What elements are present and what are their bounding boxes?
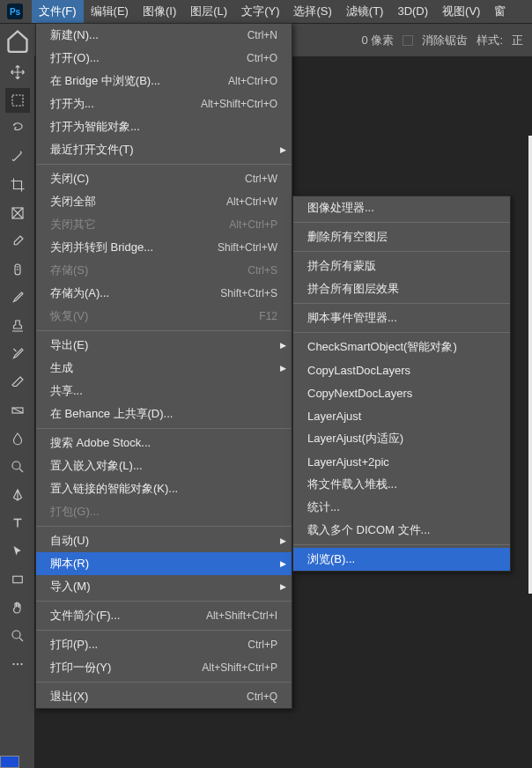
menu-item-label: 存储为(A)... <box>50 285 220 301</box>
script-menu-item[interactable]: 拼合所有图层效果 <box>293 277 510 300</box>
script-menu-item[interactable]: 将文件载入堆栈... <box>293 473 510 496</box>
file-menu-item[interactable]: 关闭并转到 Bridge...Shift+Ctrl+W <box>36 236 292 259</box>
file-menu-item[interactable]: 文件简介(F)...Alt+Shift+Ctrl+I <box>36 604 292 627</box>
file-menu-item[interactable]: 导入(M)▶ <box>36 575 292 598</box>
submenu-arrow-icon: ▶ <box>280 364 286 373</box>
file-menu-item[interactable]: 最近打开文件(T)▶ <box>36 138 292 161</box>
move-tool-icon[interactable] <box>5 60 30 85</box>
dodge-tool-icon[interactable] <box>5 454 30 479</box>
menu-item-label: 生成 <box>50 360 277 376</box>
file-menu-item: 恢复(V)F12 <box>36 305 292 328</box>
blur-tool-icon[interactable] <box>5 426 30 451</box>
script-menu-item[interactable]: CopyLastDocLayers <box>293 358 510 381</box>
menu-item-label: 共享... <box>50 383 277 399</box>
pixel-value: 0 像素 <box>362 33 395 48</box>
menu-text[interactable]: 文字(Y) <box>234 0 286 23</box>
file-menu-item[interactable]: 搜索 Adobe Stock... <box>36 432 292 454</box>
eyedropper-tool-icon[interactable] <box>5 229 30 254</box>
crop-tool-icon[interactable] <box>5 173 30 197</box>
menu-window[interactable]: 窗 <box>487 0 513 23</box>
menu-edit[interactable]: 编辑(E) <box>84 0 136 23</box>
script-menu-separator <box>293 303 510 304</box>
menu-item-label: 关闭其它 <box>50 217 229 233</box>
foreground-color-swatch[interactable] <box>0 756 19 768</box>
script-menu-item[interactable]: 载入多个 DICOM 文件... <box>293 519 510 542</box>
menu-file[interactable]: 文件(F) <box>32 0 84 23</box>
menu-item-label: 导出(E) <box>50 337 277 353</box>
script-menu-item[interactable]: LayerAjust(内适应) <box>293 427 510 450</box>
healing-tool-icon[interactable] <box>5 257 30 282</box>
history-brush-icon[interactable] <box>5 342 30 366</box>
wand-tool-icon[interactable] <box>5 144 30 169</box>
menu-item-label: 恢复(V) <box>50 308 259 324</box>
menu-view[interactable]: 视图(V) <box>435 0 487 23</box>
file-menu-item[interactable]: 置入嵌入对象(L)... <box>36 454 292 477</box>
menu-item-shortcut: Ctrl+Q <box>247 690 277 703</box>
menu-item-label: 删除所有空图层 <box>307 229 496 245</box>
menu-image[interactable]: 图像(I) <box>136 0 183 23</box>
script-menu-item[interactable]: CheckSmartObject(智能对象) <box>293 336 510 358</box>
menubar: Ps 文件(F) 编辑(E) 图像(I) 图层(L) 文字(Y) 选择(S) 滤… <box>0 0 532 23</box>
menu-item-label: 拼合所有图层效果 <box>307 281 496 297</box>
home-icon[interactable] <box>5 28 30 53</box>
script-menu-item[interactable]: 统计... <box>293 496 510 519</box>
file-menu-item[interactable]: 打印(P)...Ctrl+P <box>36 633 292 656</box>
file-menu-item[interactable]: 新建(N)...Ctrl+N <box>36 24 292 47</box>
style-value[interactable]: 正 <box>512 33 523 48</box>
menu-item-label: 搜索 Adobe Stock... <box>50 435 277 451</box>
script-menu-item[interactable]: LayerAjust <box>293 404 510 427</box>
file-menu-item[interactable]: 关闭(C)Ctrl+W <box>36 167 292 190</box>
file-menu-item[interactable]: 打开为智能对象... <box>36 115 292 138</box>
brush-tool-icon[interactable] <box>5 285 30 310</box>
menu-select[interactable]: 选择(S) <box>286 0 338 23</box>
script-menu-item[interactable]: LayerAjust+2pic <box>293 450 510 473</box>
file-menu-item[interactable]: 生成▶ <box>36 357 292 380</box>
file-menu-item[interactable]: 退出(X)Ctrl+Q <box>36 685 292 708</box>
file-menu-item[interactable]: 在 Bridge 中浏览(B)...Alt+Ctrl+O <box>36 70 292 92</box>
type-tool-icon[interactable] <box>5 511 30 535</box>
path-select-icon[interactable] <box>5 539 30 564</box>
file-menu-item[interactable]: 打开为...Alt+Shift+Ctrl+O <box>36 92 292 115</box>
script-menu-item[interactable]: 删除所有空图层 <box>293 225 510 248</box>
script-menu-item[interactable]: 浏览(B)... <box>293 548 510 571</box>
script-menu-item[interactable]: CopyNextDocLayers <box>293 381 510 404</box>
file-menu-item[interactable]: 脚本(R)▶ <box>36 552 292 575</box>
gradient-tool-icon[interactable] <box>5 398 30 423</box>
file-menu-item[interactable]: 共享... <box>36 380 292 402</box>
menu-item-label: 关闭(C) <box>50 171 245 187</box>
submenu-arrow-icon: ▶ <box>280 341 286 350</box>
submenu-arrow-icon: ▶ <box>280 145 286 154</box>
menu-item-shortcut: Shift+Ctrl+S <box>220 287 277 299</box>
menu-item-label: 退出(X) <box>50 689 247 705</box>
marquee-tool-icon[interactable] <box>5 88 30 113</box>
eraser-tool-icon[interactable] <box>5 370 30 395</box>
stamp-tool-icon[interactable] <box>5 314 30 338</box>
menu-item-label: 新建(N)... <box>50 27 248 43</box>
file-menu-item[interactable]: 打印一份(Y)Alt+Shift+Ctrl+P <box>36 656 292 679</box>
file-menu-item[interactable]: 置入链接的智能对象(K)... <box>36 477 292 500</box>
script-menu-item[interactable]: 图像处理器... <box>293 196 510 219</box>
script-menu-item[interactable]: 脚本事件管理器... <box>293 306 510 329</box>
rectangle-tool-icon[interactable] <box>5 567 30 592</box>
file-menu-item[interactable]: 导出(E)▶ <box>36 334 292 357</box>
hand-tool-icon[interactable] <box>5 595 30 620</box>
script-menu-item[interactable]: 拼合所有蒙版 <box>293 255 510 277</box>
menu-layer[interactable]: 图层(L) <box>183 0 234 23</box>
antialias-checkbox[interactable] <box>403 35 413 46</box>
frame-tool-icon[interactable] <box>5 201 30 225</box>
lasso-tool-icon[interactable] <box>5 116 30 141</box>
svg-point-6 <box>12 631 20 639</box>
file-menu-separator <box>36 630 292 631</box>
menu-filter[interactable]: 滤镜(T) <box>339 0 391 23</box>
more-tools-icon[interactable] <box>5 652 30 676</box>
pen-tool-icon[interactable] <box>5 483 30 507</box>
file-menu-item[interactable]: 在 Behance 上共享(D)... <box>36 402 292 425</box>
menu-item-shortcut: Alt+Shift+Ctrl+I <box>206 609 277 622</box>
file-menu-item[interactable]: 自动(U)▶ <box>36 529 292 552</box>
menu-item-label: 载入多个 DICOM 文件... <box>307 522 496 538</box>
file-menu-item[interactable]: 存储为(A)...Shift+Ctrl+S <box>36 282 292 305</box>
menu-3d[interactable]: 3D(D) <box>390 0 435 23</box>
file-menu-item[interactable]: 关闭全部Alt+Ctrl+W <box>36 190 292 213</box>
zoom-tool-icon[interactable] <box>5 624 30 648</box>
file-menu-item[interactable]: 打开(O)...Ctrl+O <box>36 47 292 70</box>
